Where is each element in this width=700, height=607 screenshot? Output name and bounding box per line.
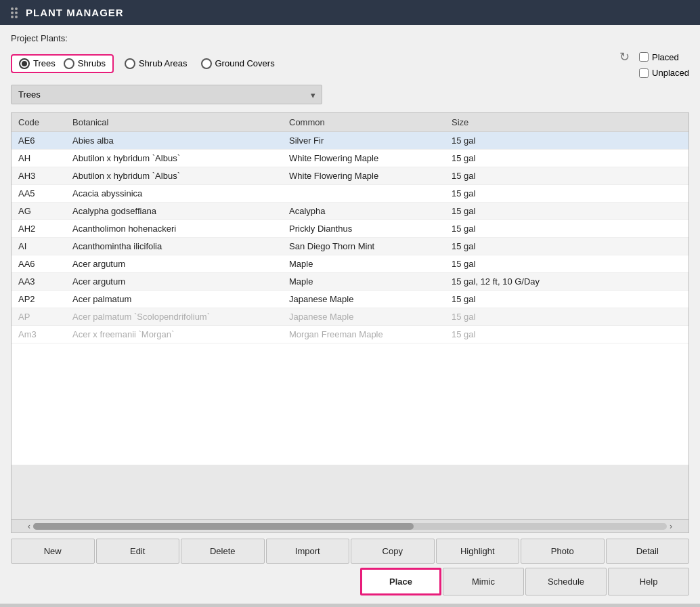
cell-code: AA5 (12, 185, 66, 203)
radio-ground-covers-label: Ground Covers (215, 58, 275, 68)
unplaced-checkbox-item[interactable]: Unplaced (639, 68, 689, 78)
cell-code: AP (12, 308, 66, 326)
cell-code: AA6 (12, 255, 66, 273)
table-row[interactable]: AA5Acacia abyssinica15 gal (12, 185, 688, 203)
radio-trees-label: Trees (33, 58, 56, 68)
placed-checkbox-item[interactable]: Placed (639, 52, 679, 62)
category-dropdown[interactable]: Trees Shrubs Shrub Areas Ground Covers (11, 85, 322, 104)
detail-button[interactable]: Detail (606, 539, 690, 564)
action-button-bar: New Edit Delete Import Copy Highlight Ph… (11, 539, 689, 564)
content-area: Code Botanical Common Size AE6Abies alba… (11, 112, 689, 533)
table-row[interactable]: AHAbutilon x hybridum `Albus`White Flowe… (12, 150, 688, 167)
dropdown-row: Trees Shrubs Shrub Areas Ground Covers (11, 85, 689, 104)
cell-size: 15 gal (445, 167, 688, 185)
cell-botanical: Acer x freemanii `Morgan` (66, 326, 282, 343)
cell-common: Japanese Maple (282, 308, 445, 326)
radio-circle-shrubs (64, 58, 74, 69)
radio-circle-shrub-areas (125, 58, 135, 69)
cell-size: 15 gal (445, 132, 688, 150)
table-row[interactable]: APAcer palmatum `Scolopendrifolium`Japan… (12, 308, 688, 326)
project-plants-label: Project Plants: (11, 33, 689, 43)
table-row[interactable]: AA3Acer argutumMaple15 gal, 12 ft, 10 G/… (12, 273, 688, 291)
highlight-button[interactable]: Highlight (436, 539, 520, 564)
delete-button[interactable]: Delete (181, 539, 265, 564)
table-row[interactable]: AP2Acer palmatumJapanese Maple15 gal (12, 291, 688, 308)
radio-trees[interactable]: Trees (19, 58, 56, 69)
place-button[interactable]: Place (360, 568, 441, 595)
cell-common: Silver Fir (282, 132, 445, 150)
cell-botanical: Acacia abyssinica (66, 185, 282, 203)
cell-common: Maple (282, 255, 445, 273)
radio-row: Trees Shrubs Shrub Areas Ground Covers ↻… (11, 49, 689, 78)
main-panel: Project Plants: Trees Shrubs Shrub Areas… (0, 25, 700, 604)
cell-size: 15 gal (445, 150, 688, 167)
radio-shrubs-label: Shrubs (78, 58, 106, 68)
category-dropdown-wrapper: Trees Shrubs Shrub Areas Ground Covers (11, 85, 322, 104)
photo-button[interactable]: Photo (521, 539, 605, 564)
table-row[interactable]: AH3Abutilon x hybridum `Albus`White Flow… (12, 167, 688, 185)
cell-common: Morgan Freeman Maple (282, 326, 445, 343)
cell-code: AP2 (12, 291, 66, 308)
table-row[interactable]: Am3Acer x freemanii `Morgan`Morgan Freem… (12, 326, 688, 343)
placed-section: ↻ Placed Unplaced (616, 49, 689, 78)
cell-botanical: Abutilon x hybridum `Albus` (66, 150, 282, 167)
scroll-left-arrow[interactable]: ‹ (25, 522, 33, 531)
cell-common: Japanese Maple (282, 291, 445, 308)
scrollbar-area: ‹ › (12, 519, 688, 532)
cell-botanical: Acantholimon hohenackeri (66, 220, 282, 238)
bottom-button-bar: Place Mimic Schedule Help (11, 568, 689, 595)
cell-common: Prickly Dianthus (282, 220, 445, 238)
cell-code: AI (12, 238, 66, 255)
cell-common: White Flowering Maple (282, 167, 445, 185)
radio-shrub-areas-label: Shrub Areas (139, 58, 188, 68)
cell-size: 15 gal, 12 ft, 10 G/Day (445, 273, 688, 291)
unplaced-checkbox[interactable] (639, 68, 649, 78)
table-row[interactable]: AH2Acantholimon hohenackeriPrickly Diant… (12, 220, 688, 238)
cell-size: 15 gal (445, 326, 688, 343)
copy-button[interactable]: Copy (351, 539, 435, 564)
col-header-size: Size (445, 113, 688, 132)
title-bar: PLANT MANAGER (0, 0, 700, 25)
cell-botanical: Abutilon x hybridum `Albus` (66, 167, 282, 185)
cell-botanical: Acer palmatum (66, 291, 282, 308)
table-header-row: Code Botanical Common Size (12, 113, 688, 132)
new-button[interactable]: New (11, 539, 95, 564)
highlighted-radio-group: Trees Shrubs (11, 54, 114, 73)
radio-circle-ground-covers (201, 58, 212, 69)
cell-size: 15 gal (445, 203, 688, 220)
col-header-code: Code (12, 113, 66, 132)
table-row[interactable]: AIAcanthomintha ilicifoliaSan Diego Thor… (12, 238, 688, 255)
cell-botanical: Acer argutum (66, 273, 282, 291)
cell-code: AH (12, 150, 66, 167)
import-button[interactable]: Import (266, 539, 350, 564)
scrollbar-thumb[interactable] (33, 523, 414, 530)
scroll-right-arrow[interactable]: › (667, 522, 675, 531)
cell-size: 15 gal (445, 308, 688, 326)
unplaced-label: Unplaced (652, 68, 689, 78)
help-button[interactable]: Help (608, 568, 689, 595)
table-row[interactable]: AA6Acer argutumMaple15 gal (12, 255, 688, 273)
refresh-icon[interactable]: ↻ (616, 49, 632, 65)
radio-shrub-areas[interactable]: Shrub Areas (125, 58, 188, 69)
cell-size: 15 gal (445, 185, 688, 203)
table-row[interactable]: AGAcalypha godseffianaAcalypha15 gal (12, 203, 688, 220)
cell-code: Am3 (12, 326, 66, 343)
radio-shrubs[interactable]: Shrubs (64, 58, 106, 69)
cell-botanical: Acer palmatum `Scolopendrifolium` (66, 308, 282, 326)
radio-circle-trees (19, 58, 30, 69)
cell-botanical: Acer argutum (66, 255, 282, 273)
edit-button[interactable]: Edit (96, 539, 180, 564)
placed-checkbox[interactable] (639, 52, 649, 62)
cell-code: AA3 (12, 273, 66, 291)
radio-ground-covers[interactable]: Ground Covers (201, 58, 275, 69)
table-row[interactable]: AE6Abies albaSilver Fir15 gal (12, 132, 688, 150)
lower-panel (12, 465, 688, 519)
col-header-botanical: Botanical (66, 113, 282, 132)
scrollbar-track[interactable] (33, 523, 667, 530)
cell-size: 15 gal (445, 220, 688, 238)
cell-size: 15 gal (445, 238, 688, 255)
schedule-button[interactable]: Schedule (525, 568, 607, 595)
cell-common: San Diego Thorn Mint (282, 238, 445, 255)
table-container[interactable]: Code Botanical Common Size AE6Abies alba… (12, 113, 688, 465)
mimic-button[interactable]: Mimic (443, 568, 524, 595)
